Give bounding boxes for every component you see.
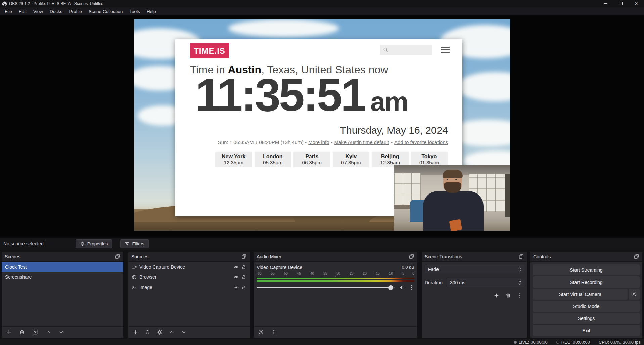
- transition-select[interactable]: Fade: [425, 265, 524, 274]
- scene-filters-button[interactable]: [32, 329, 38, 335]
- add-source-button[interactable]: [133, 329, 138, 335]
- transition-options-kebab-button[interactable]: [517, 293, 523, 298]
- menu-edit[interactable]: Edit: [15, 7, 30, 15]
- lock-icon[interactable]: [241, 275, 246, 280]
- eye-icon[interactable]: [234, 285, 239, 290]
- audio-mixer-panel: Audio Mixer Video Capture Device 0.0 dB …: [254, 252, 417, 338]
- lock-icon[interactable]: [241, 265, 246, 270]
- scale-label: -25: [349, 272, 353, 275]
- menu-docks[interactable]: Docks: [46, 7, 66, 15]
- advanced-audio-gear-button[interactable]: [258, 329, 264, 335]
- volume-slider[interactable]: [257, 287, 395, 288]
- spinner-arrows-icon[interactable]: [518, 281, 521, 285]
- source-item-video-capture[interactable]: Video Capture Device: [128, 262, 250, 272]
- add-transition-button[interactable]: [494, 293, 499, 298]
- audio-mixer-header: Audio Mixer: [254, 252, 417, 262]
- duration-input[interactable]: 300 ms: [447, 278, 524, 287]
- audio-mixer-title: Audio Mixer: [257, 254, 281, 259]
- scene-label: Screenshare: [5, 274, 120, 280]
- settings-button[interactable]: Settings: [533, 313, 640, 324]
- virtual-camera-settings-button[interactable]: [629, 289, 640, 300]
- volume-slider-handle[interactable]: [388, 285, 393, 290]
- transitions-header: Scene Transitions: [422, 252, 527, 262]
- search-icon: [383, 47, 388, 53]
- menu-file[interactable]: File: [1, 7, 15, 15]
- filters-button[interactable]: Filters: [120, 239, 149, 248]
- close-button[interactable]: ×: [629, 0, 644, 7]
- status-bar: LIVE: 00:00:00 REC: 00:00:00 CPU: 0.6%, …: [0, 339, 644, 345]
- menu-tools[interactable]: Tools: [126, 7, 143, 15]
- scenes-toolbar: [2, 326, 123, 338]
- city-name: Kyiv: [333, 153, 370, 160]
- minimize-button[interactable]: [598, 0, 613, 7]
- performance-stats: CPU: 0.6%, 30.00 fps: [599, 340, 641, 345]
- volume-meter: [257, 278, 414, 279]
- menu-profile[interactable]: Profile: [66, 7, 85, 15]
- program-canvas[interactable]: TIME.IS Time in Austin, Texas, United St…: [134, 19, 510, 231]
- start-virtual-camera-button[interactable]: Start Virtual Camera: [533, 289, 628, 300]
- controls-body: Start Streaming Start Recording Start Vi…: [530, 262, 642, 338]
- menu-help[interactable]: Help: [143, 7, 159, 15]
- speaker-icon[interactable]: [399, 285, 405, 290]
- popout-icon[interactable]: [634, 254, 639, 259]
- move-scene-down-button[interactable]: [58, 329, 64, 335]
- timeis-clock: 11:35:51am: [195, 68, 408, 122]
- properties-label: Properties: [87, 241, 108, 246]
- scale-label: -40: [309, 272, 314, 275]
- sun-times: Sun: ↑ 06:35AM ↓ 08:20PM (13h 46m) -: [218, 139, 307, 145]
- scale-label: -15: [375, 272, 379, 275]
- maximize-button[interactable]: [613, 0, 629, 7]
- person-eye: [447, 179, 448, 180]
- city-name: Paris: [293, 153, 330, 160]
- move-source-up-button[interactable]: [169, 329, 175, 335]
- image-icon: [132, 285, 137, 290]
- move-scene-up-button[interactable]: [45, 329, 51, 335]
- duration-value: 300 ms: [450, 280, 465, 285]
- menu-scene-collection[interactable]: Scene Collection: [85, 7, 126, 15]
- live-status: LIVE: 00:00:00: [514, 340, 548, 345]
- start-streaming-button[interactable]: Start Streaming: [533, 264, 640, 275]
- popout-icon[interactable]: [241, 254, 247, 259]
- eye-icon[interactable]: [234, 275, 239, 280]
- gear-icon: [80, 241, 85, 246]
- world-clock-kyiv: Kyiv07:35pm: [333, 152, 370, 167]
- transitions-title: Scene Transitions: [425, 254, 462, 259]
- remove-transition-button[interactable]: [505, 293, 511, 298]
- source-item-image[interactable]: Image: [128, 282, 250, 292]
- hamburger-menu-icon: [441, 47, 450, 53]
- exit-button[interactable]: Exit: [533, 325, 640, 336]
- orange-object: [449, 219, 462, 231]
- audio-options-kebab-icon[interactable]: [409, 285, 414, 290]
- scale-label: -45: [296, 272, 301, 275]
- lock-icon[interactable]: [241, 285, 246, 290]
- source-status-text: No source selected: [3, 241, 44, 246]
- scale-label: -50: [283, 272, 287, 275]
- eye-icon[interactable]: [234, 265, 239, 270]
- scene-item-clock-test[interactable]: Clock Test: [2, 262, 123, 272]
- remove-source-button[interactable]: [145, 329, 150, 335]
- source-label: Video Capture Device: [139, 264, 231, 270]
- move-source-down-button[interactable]: [181, 329, 187, 335]
- start-recording-button[interactable]: Start Recording: [533, 276, 640, 288]
- popout-icon[interactable]: [518, 254, 524, 259]
- properties-button[interactable]: Properties: [76, 239, 112, 248]
- scale-label: -55: [270, 272, 274, 275]
- mixer-options-kebab-button[interactable]: [271, 329, 277, 335]
- source-item-browser[interactable]: Browser: [128, 272, 250, 282]
- menu-view[interactable]: View: [30, 7, 46, 15]
- remove-scene-button[interactable]: [19, 329, 25, 335]
- meter-scale: -60-55-50-45-40-35-30-25-20-15-10-50: [257, 272, 414, 275]
- studio-mode-button[interactable]: Studio Mode: [533, 301, 640, 312]
- popout-icon[interactable]: [114, 254, 120, 259]
- controls-title: Controls: [533, 254, 551, 259]
- world-clock-newyork: New York12:35pm: [215, 152, 252, 167]
- popout-icon[interactable]: [409, 254, 414, 259]
- scene-item-screenshare[interactable]: Screenshare: [2, 272, 123, 282]
- add-scene-button[interactable]: [6, 329, 12, 335]
- timeis-sun-line: Sun: ↑ 06:35AM ↓ 08:20PM (13h 46m) -More…: [218, 139, 448, 145]
- clock-ampm: am: [370, 87, 408, 117]
- scale-label: -5: [401, 272, 404, 275]
- cloud: [457, 72, 510, 101]
- source-properties-button[interactable]: [157, 329, 163, 335]
- city-time: 06:35pm: [302, 160, 322, 165]
